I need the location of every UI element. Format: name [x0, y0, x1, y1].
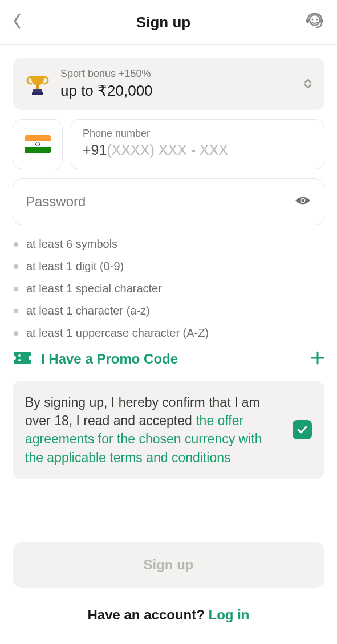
- chevron-left-icon: [13, 13, 22, 29]
- svg-rect-7: [32, 92, 43, 95]
- svg-rect-5: [36, 85, 39, 89]
- svg-point-11: [18, 359, 21, 361]
- terms-text: By signing up, I hereby confirm that I a…: [25, 393, 282, 467]
- phone-code: +91: [83, 142, 107, 158]
- rule-item: at least 1 character (a-z): [13, 304, 324, 317]
- bonus-subtitle: Sport bonus +150%: [60, 68, 153, 80]
- ticket-icon: [13, 351, 32, 367]
- phone-input[interactable]: Phone number +91(XXXX) XXX - XXX: [70, 119, 324, 169]
- svg-rect-3: [306, 19, 309, 23]
- password-placeholder: Password: [26, 194, 86, 210]
- promo-text: I Have a Promo Code: [41, 351, 178, 367]
- svg-point-9: [302, 199, 304, 202]
- promo-toggle[interactable]: I Have a Promo Code: [13, 351, 324, 367]
- rule-item: at least 1 digit (0-9): [13, 260, 324, 273]
- flag-india-icon: [25, 135, 51, 153]
- bullet-icon: [14, 264, 18, 269]
- support-button[interactable]: [305, 11, 324, 33]
- password-rules: at least 6 symbols at least 1 digit (0-9…: [13, 238, 324, 340]
- expand-icon: [304, 78, 312, 89]
- page-header: Sign up: [0, 0, 337, 45]
- rule-text: at least 1 special character: [26, 282, 162, 295]
- chevron-up-icon: [304, 78, 312, 84]
- rule-item: at least 1 special character: [13, 282, 324, 295]
- content: Sport bonus +150% up to ₹20,000 Phone nu…: [0, 45, 337, 635]
- bullet-icon: [14, 242, 18, 247]
- promo-left: I Have a Promo Code: [13, 351, 178, 367]
- bullet-icon: [14, 309, 18, 313]
- headset-icon: [305, 11, 324, 31]
- terms-checkbox[interactable]: [293, 420, 312, 439]
- trophy-icon: [25, 71, 50, 96]
- password-input[interactable]: Password: [13, 178, 324, 225]
- bonus-text: Sport bonus +150% up to ₹20,000: [60, 68, 153, 100]
- page-title: Sign up: [136, 14, 190, 31]
- bullet-icon: [14, 331, 18, 336]
- bonus-amount: up to ₹20,000: [60, 82, 153, 100]
- chevron-down-icon: [304, 84, 312, 89]
- rule-text: at least 1 character (a-z): [26, 304, 150, 317]
- svg-point-1: [311, 19, 313, 21]
- back-button[interactable]: [13, 13, 22, 31]
- signup-button[interactable]: Sign up: [13, 542, 324, 588]
- check-icon: [297, 425, 308, 434]
- bullet-icon: [14, 287, 18, 291]
- phone-value: +91(XXXX) XXX - XXX: [83, 142, 311, 158]
- rule-text: at least 1 uppercase character (A-Z): [26, 327, 209, 340]
- svg-point-10: [18, 354, 21, 357]
- phone-mask: (XXXX) XXX - XXX: [107, 142, 228, 158]
- svg-point-2: [316, 19, 318, 21]
- phone-row: Phone number +91(XXXX) XXX - XXX: [13, 119, 324, 169]
- rule-item: at least 6 symbols: [13, 238, 324, 251]
- login-prefix: Have an account?: [87, 607, 208, 622]
- eye-icon: [294, 194, 311, 207]
- plus-icon: [311, 351, 324, 367]
- login-line: Have an account? Log in: [13, 607, 324, 623]
- rule-text: at least 6 symbols: [26, 238, 117, 251]
- svg-rect-6: [33, 89, 42, 92]
- bonus-selector[interactable]: Sport bonus +150% up to ₹20,000: [13, 58, 324, 110]
- country-selector[interactable]: [13, 119, 63, 169]
- login-link[interactable]: Log in: [209, 607, 250, 622]
- rule-item: at least 1 uppercase character (A-Z): [13, 327, 324, 340]
- rule-text: at least 1 digit (0-9): [26, 260, 124, 273]
- toggle-password-button[interactable]: [294, 194, 311, 209]
- phone-label: Phone number: [83, 128, 311, 140]
- terms-box: By signing up, I hereby confirm that I a…: [13, 381, 324, 479]
